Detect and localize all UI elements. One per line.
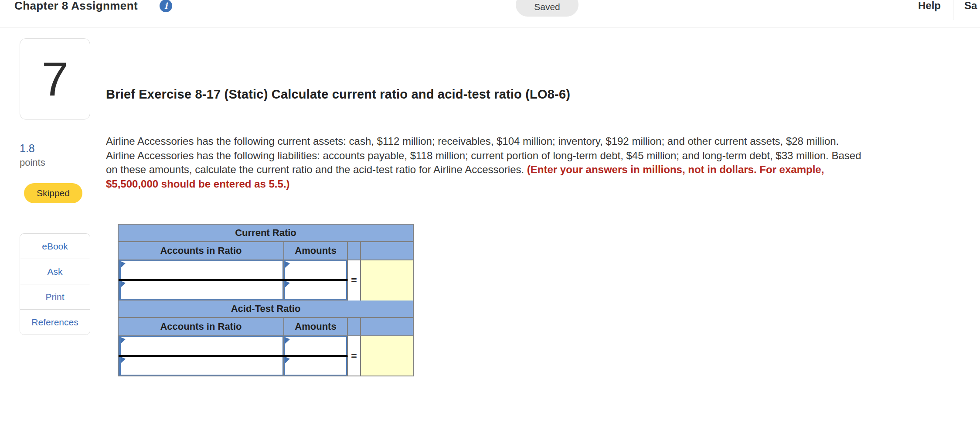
spacer-header-cell [348, 318, 361, 336]
dropdown-arrow-icon [285, 281, 290, 287]
result-header-cell [361, 318, 413, 336]
points-value: 1.8 [20, 142, 35, 155]
tool-ask[interactable]: Ask [20, 259, 90, 284]
tools-menu: eBook Ask Print References [20, 233, 90, 335]
current-ratio-numerator-amount-cell[interactable] [284, 260, 347, 279]
help-button[interactable]: Help [918, 0, 941, 13]
current-ratio-result-cell [361, 260, 413, 301]
topbar-divider [953, 0, 953, 20]
denominator-amount-td [284, 281, 348, 301]
denominator-account-td [119, 357, 284, 376]
amounts-header: Amounts [284, 242, 348, 260]
equals-sign: = [348, 260, 361, 301]
acid-test-numerator-account-cell[interactable] [119, 336, 283, 355]
info-icon[interactable]: i [160, 0, 172, 12]
assignment-title: Chapter 8 Assignment [14, 0, 138, 13]
numerator-amount-td [284, 260, 348, 279]
save-exit-button[interactable]: Sa [964, 0, 977, 13]
question-number: 7 [41, 55, 68, 103]
denominator-amount-td [284, 357, 348, 376]
topbar: Chapter 8 Assignment i Saved Help Sa [0, 0, 980, 27]
question-number-box: 7 [20, 38, 90, 120]
dropdown-arrow-icon [121, 357, 126, 363]
dropdown-arrow-icon [121, 337, 126, 344]
tool-ebook[interactable]: eBook [20, 234, 90, 259]
dropdown-arrow-icon [121, 281, 126, 287]
acid-test-result-cell [361, 336, 413, 376]
numerator-account-td [119, 260, 284, 279]
amounts-header: Amounts [284, 318, 348, 336]
spacer-header-cell [348, 242, 361, 260]
accounts-in-ratio-header: Accounts in Ratio [119, 318, 284, 336]
numerator-account-td [119, 336, 284, 355]
status-badge: Skipped [24, 183, 82, 203]
acid-test-denominator-account-cell[interactable] [119, 357, 283, 376]
dropdown-arrow-icon [285, 261, 290, 268]
acid-test-denominator-amount-cell[interactable] [284, 357, 347, 376]
tool-references[interactable]: References [20, 309, 90, 335]
current-ratio-numerator-account-cell[interactable] [119, 260, 283, 279]
current-ratio-denominator-account-cell[interactable] [119, 281, 283, 300]
tool-print[interactable]: Print [20, 284, 90, 309]
section-title-acid-test-ratio: Acid-Test Ratio [119, 301, 413, 318]
dropdown-arrow-icon [285, 337, 290, 344]
info-glyph: i [164, 2, 167, 10]
ratio-worksheet: Current Ratio Accounts in Ratio Amounts [118, 224, 414, 376]
exercise-title: Brief Exercise 8-17 (Static) Calculate c… [106, 86, 570, 102]
numerator-amount-td [284, 336, 348, 355]
dropdown-arrow-icon [285, 357, 290, 363]
equals-sign: = [348, 336, 361, 376]
exercise-body: Airline Accessories has the following cu… [106, 134, 869, 191]
current-ratio-denominator-amount-cell[interactable] [284, 281, 347, 300]
acid-test-numerator-amount-cell[interactable] [284, 336, 347, 355]
points-label: points [20, 157, 45, 168]
app-root: Chapter 8 Assignment i Saved Help Sa 7 1… [0, 0, 980, 444]
saved-status-button[interactable]: Saved [516, 0, 578, 17]
accounts-in-ratio-header: Accounts in Ratio [119, 242, 284, 260]
dropdown-arrow-icon [121, 261, 126, 268]
denominator-account-td [119, 281, 284, 301]
result-header-cell [361, 242, 413, 260]
section-title-current-ratio: Current Ratio [119, 225, 413, 242]
